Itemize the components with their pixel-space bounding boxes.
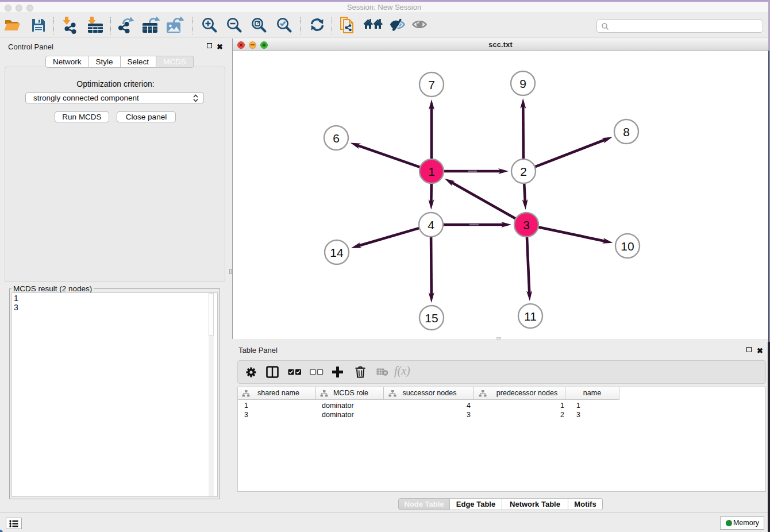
svg-text:15: 15 xyxy=(425,311,438,325)
svg-text:6: 6 xyxy=(333,132,340,145)
svg-text:9: 9 xyxy=(519,77,526,90)
svg-text:10: 10 xyxy=(621,240,634,253)
svg-text:14: 14 xyxy=(330,246,344,259)
svg-text:4: 4 xyxy=(428,218,434,232)
svg-text:2: 2 xyxy=(520,165,527,178)
svg-text:1: 1 xyxy=(428,165,435,178)
svg-text:7: 7 xyxy=(428,78,435,91)
svg-text:11: 11 xyxy=(524,310,537,323)
svg-text:8: 8 xyxy=(623,125,630,138)
svg-text:3: 3 xyxy=(523,218,530,232)
